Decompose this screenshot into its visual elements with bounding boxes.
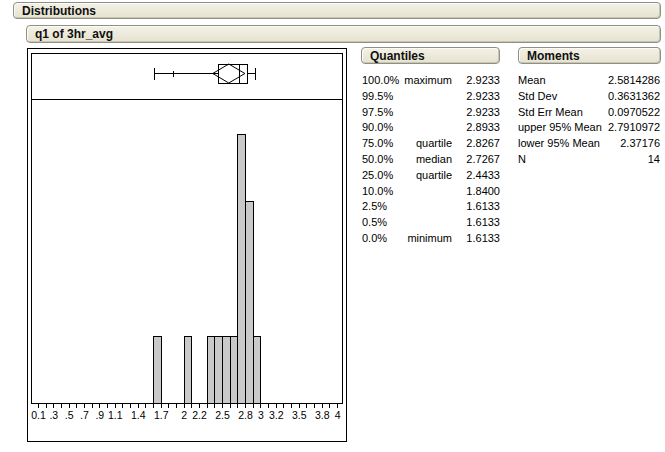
histogram-bar[interactable]: [246, 202, 254, 404]
histogram-bar[interactable]: [154, 336, 162, 403]
moment-value: 0.3631362: [608, 89, 660, 105]
x-axis-tick-label: 1.1: [108, 409, 123, 421]
outline-header-moments[interactable]: Moments: [518, 47, 661, 64]
quantile-percent: 10.0%: [362, 184, 402, 200]
quantile-name: [402, 215, 452, 231]
histogram-bar[interactable]: [207, 336, 215, 403]
quantile-name: [402, 105, 452, 121]
histogram-bar[interactable]: [230, 336, 238, 403]
moment-value: 2.5814286: [608, 73, 660, 89]
moment-name: Std Dev: [518, 89, 557, 105]
quantile-value: 1.6133: [452, 215, 500, 231]
x-axis-tick-label: 4: [335, 409, 341, 421]
quantile-value: 1.6133: [452, 199, 500, 215]
x-axis-tick-label: 3.8: [315, 409, 330, 421]
moment-row: Std Err Mean0.0970522: [518, 105, 660, 121]
quantile-percent: 90.0%: [362, 120, 402, 136]
x-axis-tick-label: .5: [65, 409, 74, 421]
histogram-bar[interactable]: [184, 336, 192, 403]
distribution-plot-panel: 0.1.3.5.7.91.11.41.722.22.52.833.23.53.8…: [27, 48, 347, 442]
outline-header-distributions-label: Distributions: [22, 4, 96, 18]
quantile-value: 2.4433: [452, 168, 500, 184]
quantile-row: 90.0%2.8933: [362, 120, 500, 136]
quantile-name: quartile: [402, 136, 452, 152]
moment-name: Std Err Mean: [518, 105, 583, 121]
histogram-bar[interactable]: [215, 336, 223, 403]
quantile-percent: 50.0%: [362, 152, 402, 168]
quantile-percent: 99.5%: [362, 89, 402, 105]
quantile-name: [402, 120, 452, 136]
histogram-boxplot-chart[interactable]: 0.1.3.5.7.91.11.41.722.22.52.833.23.53.8…: [28, 49, 346, 441]
x-axis-tick-label: 2.8: [238, 409, 253, 421]
quantile-percent: 100.0%: [362, 73, 402, 89]
quantile-percent: 0.5%: [362, 215, 402, 231]
quantile-value: 2.9233: [452, 105, 500, 121]
quantile-row: 25.0%quartile2.4433: [362, 168, 500, 184]
outline-header-variable[interactable]: q1 of 3hr_avg: [26, 25, 661, 43]
quantile-row: 99.5%2.9233: [362, 89, 500, 105]
quantile-name: minimum: [402, 231, 452, 247]
quantile-name: maximum: [402, 73, 452, 89]
quantiles-table: 100.0%maximum2.923399.5%2.923397.5%2.923…: [362, 73, 500, 247]
x-axis-tick-label: 0.1: [31, 409, 46, 421]
quantile-value: 2.9233: [452, 89, 500, 105]
quantile-row: 2.5%1.6133: [362, 199, 500, 215]
quantile-row: 75.0%quartile2.8267: [362, 136, 500, 152]
moment-name: N: [518, 152, 526, 168]
quantile-value: 2.7267: [452, 152, 500, 168]
moment-name: Mean: [518, 73, 546, 89]
moment-name: upper 95% Mean: [518, 120, 602, 136]
moment-row: N14: [518, 152, 660, 168]
moment-value: 14: [648, 152, 660, 168]
x-axis-tick-label: .3: [49, 409, 58, 421]
moment-row: Mean2.5814286: [518, 73, 660, 89]
quantile-value: 1.8400: [452, 184, 500, 200]
quantile-row: 0.0%minimum1.6133: [362, 231, 500, 247]
moment-name: lower 95% Mean: [518, 136, 600, 152]
moment-value: 2.37176: [620, 136, 660, 152]
moment-row: lower 95% Mean2.37176: [518, 136, 660, 152]
quantile-name: [402, 199, 452, 215]
quantile-name: [402, 184, 452, 200]
moment-value: 2.7910972: [608, 120, 660, 136]
quantile-percent: 25.0%: [362, 168, 402, 184]
moment-row: Std Dev0.3631362: [518, 89, 660, 105]
x-axis-tick-label: .9: [95, 409, 104, 421]
quantile-name: [402, 89, 452, 105]
quantile-value: 2.8267: [452, 136, 500, 152]
outline-header-quantiles[interactable]: Quantiles: [361, 47, 500, 64]
x-axis-tick-label: 3.5: [292, 409, 307, 421]
quantile-name: median: [402, 152, 452, 168]
x-axis-tick-label: 3: [258, 409, 264, 421]
quantile-row: 10.0%1.8400: [362, 184, 500, 200]
quantile-percent: 2.5%: [362, 199, 402, 215]
x-axis-tick-label: 1.4: [131, 409, 146, 421]
outline-header-quantiles-label: Quantiles: [370, 49, 425, 63]
quantile-name: quartile: [402, 168, 452, 184]
x-axis-tick-label: .7: [80, 409, 89, 421]
histogram-bar[interactable]: [238, 134, 246, 403]
moments-table: Mean2.5814286Std Dev0.3631362Std Err Mea…: [518, 73, 660, 168]
x-axis-tick-label: 3.2: [269, 409, 284, 421]
histogram-bar[interactable]: [223, 336, 231, 403]
quantile-row: 50.0%median2.7267: [362, 152, 500, 168]
outline-header-distributions[interactable]: Distributions: [13, 2, 661, 19]
moment-row: upper 95% Mean2.7910972: [518, 120, 660, 136]
quantile-percent: 75.0%: [362, 136, 402, 152]
quantile-row: 0.5%1.6133: [362, 215, 500, 231]
quantile-row: 100.0%maximum2.9233: [362, 73, 500, 89]
quantile-value: 1.6133: [452, 231, 500, 247]
x-axis-tick-label: 2.2: [192, 409, 207, 421]
x-axis-tick-label: 2.5: [215, 409, 230, 421]
quantile-value: 2.9233: [452, 73, 500, 89]
quantile-percent: 0.0%: [362, 231, 402, 247]
moment-value: 0.0970522: [608, 105, 660, 121]
outline-header-variable-label: q1 of 3hr_avg: [35, 27, 113, 41]
histogram-bar[interactable]: [253, 336, 261, 403]
outline-header-moments-label: Moments: [527, 49, 580, 63]
quantile-value: 2.8933: [452, 120, 500, 136]
quantile-percent: 97.5%: [362, 105, 402, 121]
quantile-row: 97.5%2.9233: [362, 105, 500, 121]
x-axis-tick-label: 2: [181, 409, 187, 421]
x-axis-tick-label: 1.7: [154, 409, 169, 421]
